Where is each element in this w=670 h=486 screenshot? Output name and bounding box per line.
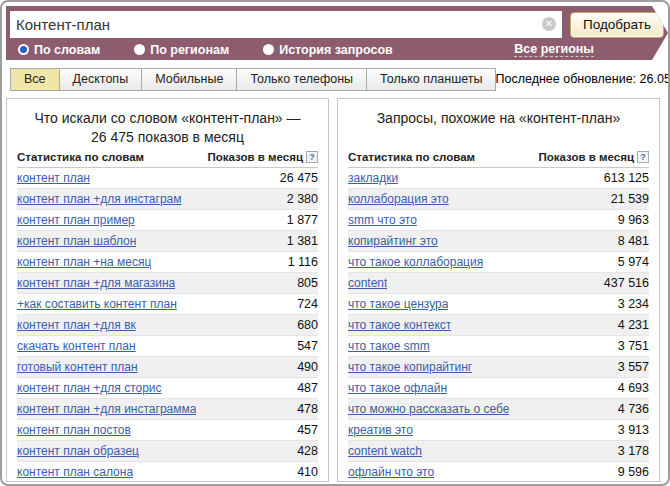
search-input[interactable] [10, 11, 562, 38]
table-row: закладки613 125 [348, 168, 649, 189]
shows-value: 4 693 [610, 381, 649, 395]
table-row: контент план +для сторис487 [17, 378, 318, 399]
all-regions-link[interactable]: Все регионы [514, 42, 594, 57]
query-link[interactable]: контент план +на месяц [17, 255, 151, 269]
shows-value: 9 596 [610, 465, 649, 479]
query-link[interactable]: что такое цензура [348, 297, 448, 311]
radio-icon[interactable] [134, 44, 145, 55]
query-link[interactable]: что такое контекст [348, 318, 451, 332]
query-link[interactable]: что такое коллаборация [348, 255, 483, 269]
shows-value: 21 539 [603, 192, 649, 206]
shows-value: 3 751 [610, 339, 649, 353]
shows-value: 437 516 [596, 276, 649, 290]
query-link[interactable]: копирайтинг это [348, 234, 438, 248]
tab-device[interactable]: Только планшеты [366, 68, 496, 91]
shows-column-header: Показов в месяц [208, 151, 304, 163]
table-row: контент план26 475 [17, 168, 318, 189]
query-link[interactable]: коллаборация это [348, 192, 449, 206]
device-tabs: ВсеДесктопыМобильныеТолько телефоныТольк… [10, 68, 495, 91]
help-icon[interactable]: ? [306, 151, 318, 163]
clear-icon[interactable]: ✕ [542, 17, 556, 31]
right-table-header: Статистика по словам Показов в месяц ? [348, 147, 649, 168]
shows-value: 1 877 [279, 213, 318, 227]
query-link[interactable]: контент план +для вк [17, 318, 136, 332]
table-row: скачать контент план547 [17, 336, 318, 357]
tab-device[interactable]: Десктопы [59, 68, 143, 91]
table-row: что такое офлайн4 693 [348, 378, 649, 399]
table-row: контент план +для инстаграм2 380 [17, 189, 318, 210]
query-link[interactable]: контент план постов [17, 423, 131, 437]
result-panels: Что искали со словом «контент-план» — 26… [6, 98, 664, 482]
table-row: контент план постов457 [17, 420, 318, 441]
query-link[interactable]: скачать контент план [17, 339, 136, 353]
table-row: что такое контекст4 231 [348, 315, 649, 336]
right-results-panel: Запросы, похожие на «контент-план» Стати… [337, 98, 660, 482]
table-row: контент план шаблон1 381 [17, 231, 318, 252]
shows-value: 457 [289, 423, 318, 437]
table-row: копирайтинг это8 481 [348, 231, 649, 252]
radio-icon[interactable] [18, 44, 29, 55]
shows-value: 724 [289, 297, 318, 311]
radio-option[interactable]: По регионам [134, 43, 229, 57]
radio-icon[interactable] [263, 44, 274, 55]
table-row: что такое копирайтинг3 557 [348, 357, 649, 378]
table-row: контент план +для магазина805 [17, 273, 318, 294]
search-box: ✕ [10, 11, 562, 38]
query-link[interactable]: контент план +для инстаграмма [17, 402, 196, 416]
shows-value: 1 381 [279, 234, 318, 248]
help-icon[interactable]: ? [637, 151, 649, 163]
radio-label: История запросов [279, 43, 393, 57]
left-table-body: контент план26 475контент план +для инст… [17, 168, 318, 482]
query-link[interactable]: что такое smm [348, 339, 430, 353]
query-link[interactable]: контент план [17, 171, 90, 185]
query-link[interactable]: content [348, 276, 387, 290]
query-link[interactable]: smm что это [348, 213, 417, 227]
query-link[interactable]: креатив это [348, 423, 413, 437]
query-link[interactable]: content watch [348, 444, 422, 458]
submit-button[interactable]: Подобрать [570, 12, 664, 38]
device-tabs-row: ВсеДесктопыМобильныеТолько телефоныТольк… [10, 67, 664, 91]
left-panel-title: Что искали со словом «контент-план» — 26… [17, 107, 318, 147]
shows-value: 8 481 [610, 234, 649, 248]
query-link[interactable]: контент план +для магазина [17, 276, 175, 290]
query-link[interactable]: +как составить контент план [17, 297, 177, 311]
table-row: контент план +для вк680 [17, 315, 318, 336]
query-link[interactable]: контент план образец [17, 444, 139, 458]
query-link[interactable]: контент план шаблон [17, 234, 136, 248]
shows-value: 487 [289, 381, 318, 395]
query-link[interactable]: что такое офлайн [348, 381, 447, 395]
radio-selected[interactable]: По словам [18, 43, 100, 57]
tab-device[interactable]: Только телефоны [236, 68, 367, 91]
shows-value: 478 [289, 402, 318, 416]
table-row: что такое коллаборация5 974 [348, 252, 649, 273]
radio-label: По регионам [150, 43, 229, 57]
table-row: контент план +для инстаграмма478 [17, 399, 318, 420]
shows-value: 3 178 [610, 444, 649, 458]
query-link[interactable]: контент план салона [17, 465, 133, 479]
radio-option[interactable]: История запросов [263, 43, 393, 57]
tab-active[interactable]: Все [10, 68, 60, 91]
table-row: креатив это3 913 [348, 420, 649, 441]
query-link[interactable]: офлайн что это [348, 465, 434, 479]
shows-column-header: Показов в месяц [539, 151, 635, 163]
query-link[interactable]: что можно рассказать о себе [348, 402, 509, 416]
query-link[interactable]: контент план пример [17, 213, 135, 227]
search-row: ✕ Подобрать [10, 10, 664, 39]
query-link[interactable]: закладки [348, 171, 398, 185]
app-window: ✕ Подобрать По словамПо регионамИстория … [0, 0, 670, 486]
shows-value: 410 [289, 465, 318, 479]
query-link[interactable]: готовый контент план [17, 360, 138, 374]
shows-value: 3 234 [610, 297, 649, 311]
shows-value: 9 963 [610, 213, 649, 227]
table-row: офлайн что это9 596 [348, 462, 649, 482]
shows-value: 805 [289, 276, 318, 290]
query-link[interactable]: что такое копирайтинг [348, 360, 472, 374]
query-link[interactable]: контент план +для сторис [17, 381, 162, 395]
shows-value: 613 125 [596, 171, 649, 185]
table-row: content watch3 178 [348, 441, 649, 462]
table-row: контент план пример1 877 [17, 210, 318, 231]
shows-value: 26 475 [272, 171, 318, 185]
tab-device[interactable]: Мобильные [141, 68, 237, 91]
word-column-header: Статистика по словам [348, 151, 475, 163]
query-link[interactable]: контент план +для инстаграм [17, 192, 182, 206]
